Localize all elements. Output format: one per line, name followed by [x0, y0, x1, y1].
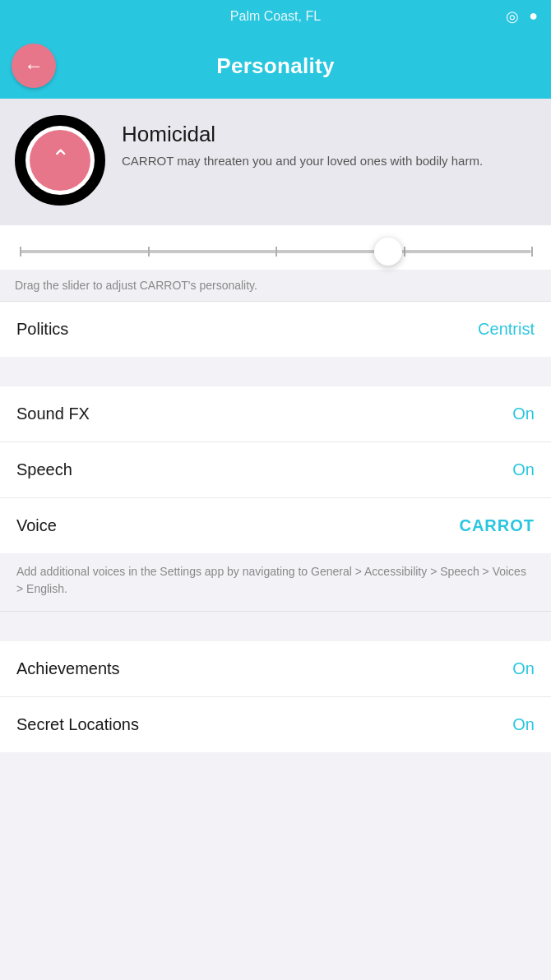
achievements-label: Achievements	[16, 659, 120, 678]
politics-row[interactable]: Politics Centrist	[0, 302, 551, 357]
page-header: ← Personality	[0, 33, 551, 99]
extras-section: Achievements On Secret Locations On	[0, 641, 551, 752]
slider-tick-2	[148, 247, 150, 257]
voice-label: Voice	[16, 516, 57, 535]
location-text: Palm Coast, FL	[230, 9, 321, 24]
slider-tick-1	[20, 247, 21, 257]
politics-label: Politics	[16, 320, 68, 339]
secret-locations-value: On	[512, 715, 535, 734]
politics-section: Politics Centrist	[0, 302, 551, 357]
voice-value: CARROT	[459, 516, 535, 535]
back-arrow-icon: ←	[24, 56, 44, 76]
achievements-row[interactable]: Achievements On	[0, 641, 551, 697]
section-divider-1	[0, 357, 551, 386]
sound-fx-label: Sound FX	[16, 404, 90, 423]
slider-thumb[interactable]	[374, 238, 402, 266]
slider-track[interactable]	[20, 250, 531, 253]
personality-icon-inner: ⌃	[23, 123, 97, 197]
target-icon: ◎	[506, 7, 519, 25]
slider-tick-5	[531, 247, 533, 257]
speech-value: On	[512, 460, 535, 479]
speech-row[interactable]: Speech On	[0, 442, 551, 498]
slider-section: Drag the slider to adjust CARROT's perso…	[0, 225, 551, 302]
achievements-value: On	[512, 659, 535, 678]
slider-hint-text: Drag the slider to adjust CARROT's perso…	[15, 279, 257, 292]
personality-info: Homicidal CARROT may threaten you and yo…	[122, 115, 536, 171]
back-button[interactable]: ←	[12, 44, 56, 88]
audio-section: Sound FX On Speech On Voice CARROT	[0, 386, 551, 553]
politics-value: Centrist	[478, 320, 535, 339]
status-bar: Palm Coast, FL ◎ ●	[0, 0, 551, 33]
chevron-up-icon: ⌃	[51, 147, 70, 170]
section-divider-2	[0, 612, 551, 641]
sound-fx-row[interactable]: Sound FX On	[0, 386, 551, 442]
status-icons: ◎ ●	[506, 7, 538, 25]
slider-tick-4	[404, 247, 405, 257]
sound-fx-value: On	[512, 404, 535, 423]
slider-hint: Drag the slider to adjust CARROT's perso…	[0, 270, 551, 301]
speech-label: Speech	[16, 460, 72, 479]
voice-note: Add additional voices in the Settings ap…	[0, 553, 551, 612]
voice-note-text: Add additional voices in the Settings ap…	[16, 565, 526, 595]
secret-locations-row[interactable]: Secret Locations On	[0, 697, 551, 752]
slider-tick-3	[276, 247, 277, 257]
voice-row[interactable]: Voice CARROT	[0, 498, 551, 553]
personality-card: ⌃ Homicidal CARROT may threaten you and …	[0, 99, 551, 225]
personality-name: Homicidal	[122, 122, 536, 147]
personality-icon-button[interactable]: ⌃	[30, 130, 90, 191]
secret-locations-label: Secret Locations	[16, 715, 139, 734]
personality-description: CARROT may threaten you and your loved o…	[122, 152, 536, 171]
page-title: Personality	[216, 53, 334, 79]
profile-icon: ●	[529, 7, 538, 25]
personality-icon-wrap: ⌃	[15, 115, 105, 206]
